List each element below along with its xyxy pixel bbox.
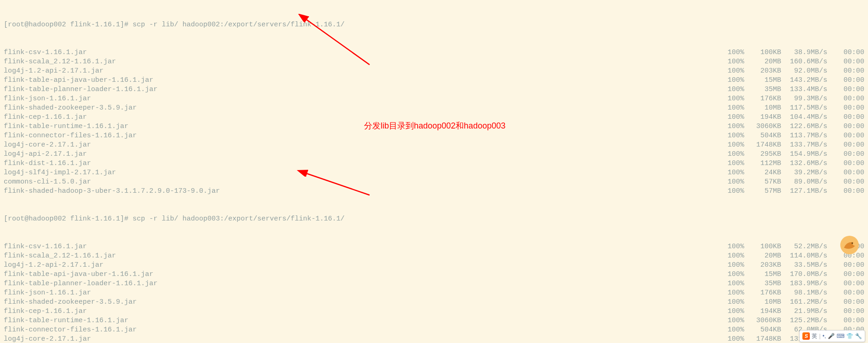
transfer-speed: 127.1MB/s <box>781 187 827 196</box>
file-transfer-line: flink-table-api-java-uber-1.16.1.jar100%… <box>4 76 864 85</box>
transfer-size: 20MB <box>744 251 781 261</box>
transfer-size: 504KB <box>744 131 781 141</box>
file-transfer-line: log4j-core-2.17.1.jar100%1748KB133.7MB/s… <box>4 141 864 150</box>
file-name: flink-table-api-java-uber-1.16.1.jar <box>4 270 153 279</box>
transfer-size: 57KB <box>744 178 781 187</box>
transfer-time: 00:00 <box>827 57 864 67</box>
transfer-percent: 100% <box>721 298 744 307</box>
transfer-stats: 100%35MB183.9MB/s00:00 <box>721 279 864 288</box>
transfer-stats: 100%295KB154.9MB/s00:00 <box>721 150 864 159</box>
file-name: flink-table-runtime-1.16.1.jar <box>4 316 128 325</box>
transfer-time: 00:00 <box>827 76 864 85</box>
file-name: log4j-1.2-api-2.17.1.jar <box>4 67 103 76</box>
transfer-percent: 100% <box>721 48 744 57</box>
file-transfer-line: flink-dist-1.16.1.jar100%112MB132.6MB/s0… <box>4 159 864 168</box>
file-name: commons-cli-1.5.0.jar <box>4 178 91 187</box>
transfer-speed: 113.7MB/s <box>781 131 827 141</box>
ime-softkeyboard-icon[interactable]: ⌨ <box>837 331 844 341</box>
transfer-stats: 100%112MB132.6MB/s00:00 <box>721 159 864 168</box>
file-name: flink-shaded-zookeeper-3.5.9.jar <box>4 104 137 113</box>
transfer-speed: 33.5MB/s <box>781 261 827 270</box>
transfer-time: 00:00 <box>827 187 864 196</box>
transfer-percent: 100% <box>721 316 744 325</box>
transfer-speed: 104.4MB/s <box>781 113 827 122</box>
transfer-stats: 100%176KB99.3MB/s00:00 <box>721 94 864 104</box>
transfer-percent: 100% <box>721 85 744 94</box>
transfer-speed: 114.0MB/s <box>781 251 827 261</box>
transfer-stats: 100%57KB89.0MB/s00:00 <box>721 178 864 187</box>
ime-settings-icon[interactable]: 🔧 <box>855 331 862 341</box>
ime-punctuation-icon[interactable]: •, <box>822 331 826 341</box>
transfer-speed: 99.3MB/s <box>781 94 827 104</box>
transfer-time: 00:00 <box>827 67 864 76</box>
transfer-stats: 100%10MB161.2MB/s00:00 <box>721 298 864 307</box>
transfer-size: 203KB <box>744 67 781 76</box>
transfer-time: 00:00 <box>827 279 864 288</box>
transfer-speed: 161.2MB/s <box>781 298 827 307</box>
transfer-size: 194KB <box>744 113 781 122</box>
ime-mic-icon[interactable]: 🎤 <box>828 331 835 341</box>
file-name: flink-connector-files-1.16.1.jar <box>4 325 137 335</box>
transfer-size: 35MB <box>744 279 781 288</box>
transfer-percent: 100% <box>721 131 744 141</box>
file-name: flink-table-runtime-1.16.1.jar <box>4 122 128 131</box>
file-transfer-line: flink-connector-files-1.16.1.jar100%504K… <box>4 325 864 335</box>
transfer-speed: 21.9MB/s <box>781 307 827 316</box>
transfer-time: 00:00 <box>827 261 864 270</box>
file-name: flink-scala_2.12-1.16.1.jar <box>4 251 116 261</box>
ime-skin-icon[interactable]: 👕 <box>846 331 853 341</box>
transfer-stats: 100%10MB117.5MB/s00:00 <box>721 104 864 113</box>
transfer-speed: 132.6MB/s <box>781 159 827 168</box>
file-name: flink-csv-1.16.1.jar <box>4 242 87 251</box>
transfer-percent: 100% <box>721 251 744 261</box>
transfer-size: 176KB <box>744 94 781 104</box>
transfer-time: 00:00 <box>827 131 864 141</box>
file-name: flink-dist-1.16.1.jar <box>4 159 91 168</box>
transfer-size: 295KB <box>744 150 781 159</box>
transfer-percent: 100% <box>721 57 744 67</box>
transfer-speed: 125.2MB/s <box>781 316 827 325</box>
file-transfer-line: flink-table-planner-loader-1.16.1.jar100… <box>4 279 864 288</box>
transfer-speed: 98.1MB/s <box>781 288 827 298</box>
command-2: [root@hadoop002 flink-1.16.1]# scp -r li… <box>4 214 345 224</box>
file-transfer-line: flink-json-1.16.1.jar100%176KB98.1MB/s00… <box>4 288 864 298</box>
transfer-time: 00:00 <box>827 104 864 113</box>
transfer-time: 00:00 <box>827 122 864 131</box>
transfer-size: 194KB <box>744 307 781 316</box>
file-name: flink-table-planner-loader-1.16.1.jar <box>4 279 158 288</box>
file-name: flink-cep-1.16.1.jar <box>4 113 87 122</box>
command-1: [root@hadoop002 flink-1.16.1]# scp -r li… <box>4 20 345 30</box>
transfer-size: 3060KB <box>744 316 781 325</box>
file-transfer-line: flink-csv-1.16.1.jar100%100KB52.2MB/s00:… <box>4 242 864 251</box>
ime-toolbar[interactable]: S 英 | •, 🎤 ⌨ 👕 🔧 <box>799 330 865 342</box>
file-transfer-line: log4j-1.2-api-2.17.1.jar100%203KB33.5MB/… <box>4 261 864 270</box>
transfer-stats: 100%20MB114.0MB/s00:00 <box>721 251 864 261</box>
transfer-size: 1748KB <box>744 335 781 343</box>
file-transfer-line: flink-scala_2.12-1.16.1.jar100%20MB114.0… <box>4 251 864 261</box>
transfer-percent: 100% <box>721 159 744 168</box>
transfer-percent: 100% <box>721 279 744 288</box>
file-name: flink-json-1.16.1.jar <box>4 288 91 298</box>
transfer-percent: 100% <box>721 261 744 270</box>
transfer-size: 15MB <box>744 270 781 279</box>
transfer-percent: 100% <box>721 242 744 251</box>
transfer-percent: 100% <box>721 187 744 196</box>
transfer-time: 00:00 <box>827 298 864 307</box>
file-name: flink-csv-1.16.1.jar <box>4 48 87 57</box>
file-transfer-line: log4j-slf4j-impl-2.17.1.jar100%24KB39.2M… <box>4 168 864 178</box>
file-transfer-line: flink-table-runtime-1.16.1.jar100%3060KB… <box>4 122 864 131</box>
ime-language-indicator[interactable]: 英 <box>812 331 817 341</box>
transfer-stats: 100%15MB143.2MB/s00:00 <box>721 76 864 85</box>
transfer-stats: 100%203KB33.5MB/s00:00 <box>721 261 864 270</box>
transfer-percent: 100% <box>721 307 744 316</box>
transfer-stats: 100%1748KB133.7MB/s00:00 <box>721 141 864 150</box>
transfer-stats: 100%3060KB125.2MB/s00:00 <box>721 316 864 325</box>
transfer-percent: 100% <box>721 141 744 150</box>
file-name: flink-json-1.16.1.jar <box>4 94 91 104</box>
terminal-output[interactable]: [root@hadoop002 flink-1.16.1]# scp -r li… <box>0 0 868 343</box>
transfer-stats: 100%20MB160.6MB/s00:00 <box>721 57 864 67</box>
transfer-size: 1748KB <box>744 141 781 150</box>
transfer-speed: 154.9MB/s <box>781 150 827 159</box>
file-transfer-line: flink-table-runtime-1.16.1.jar100%3060KB… <box>4 316 864 325</box>
transfer-size: 203KB <box>744 261 781 270</box>
